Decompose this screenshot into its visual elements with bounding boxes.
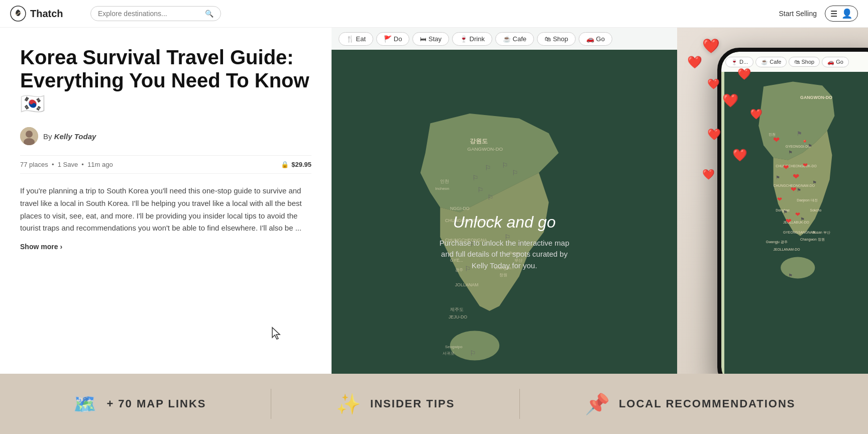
- header-menu-profile[interactable]: ☰ 👤: [825, 6, 858, 22]
- filter-do[interactable]: 🚩 Do: [376, 32, 409, 46]
- start-selling-link[interactable]: Start Selling: [779, 10, 817, 18]
- svg-text:강원도: 강원도: [470, 138, 488, 144]
- map-links-label: + 70 MAP LINKS: [106, 397, 206, 410]
- filter-drink[interactable]: 🍷 Drink: [452, 32, 492, 46]
- heart-icon-5: ❤️: [722, 93, 738, 108]
- svg-text:JEOLLANAM-DO: JEOLLANAM-DO: [774, 248, 800, 251]
- unlock-overlay: Unlock and go Purchase to unlock the int…: [439, 212, 570, 271]
- svg-text:⚑: ⚑: [776, 175, 780, 181]
- svg-text:❤: ❤: [786, 218, 792, 225]
- search-icon-button[interactable]: 🔍: [205, 10, 213, 18]
- svg-text:❤: ❤: [774, 136, 780, 144]
- svg-text:Seogwipo: Seogwipo: [445, 345, 463, 349]
- phone-filter-cafe[interactable]: ☕ Cafe: [755, 57, 787, 67]
- logo-text: Thatch: [30, 8, 63, 20]
- svg-text:CHUNGCHEONGBUK-DO: CHUNGCHEONGBUK-DO: [776, 164, 816, 168]
- phone-filter-drink[interactable]: 🍷 D...: [725, 57, 753, 67]
- svg-text:⚐: ⚐: [477, 186, 484, 194]
- header: Thatch 🔍 Start Selling ☰ 👤: [0, 0, 868, 28]
- svg-text:❤: ❤: [791, 186, 797, 193]
- svg-text:제주도: 제주도: [450, 307, 464, 312]
- filter-shop[interactable]: 🛍 Shop: [537, 32, 576, 46]
- meta-places-saves: 77 places • 1 Save • 11m ago: [20, 161, 113, 168]
- phone-screen: 🍷 D... ☕ Cafe 🛍 Shop 🚗 Go: [721, 52, 868, 385]
- heart-icon-1: ❤️: [702, 38, 720, 54]
- svg-text:⚑: ⚑: [797, 187, 801, 193]
- main-content: Korea Survival Travel Guide: Everything …: [0, 28, 868, 434]
- heart-icon-6: ❤️: [750, 108, 763, 120]
- svg-text:⚐: ⚐: [470, 350, 476, 357]
- hamburger-icon[interactable]: ☰: [830, 9, 837, 19]
- svg-text:Changwon 창원: Changwon 창원: [800, 238, 824, 242]
- svg-text:서귀포: 서귀포: [443, 351, 455, 356]
- map-filter-bar: 🍴 Eat 🚩 Do 🛏 Stay 🍷 Drink ☕ Cafe 🛍 Shop …: [332, 28, 677, 50]
- meta-price: 🔒 $29.95: [281, 161, 311, 168]
- svg-text:Gwangju 광주: Gwangju 광주: [766, 240, 788, 244]
- heart-icon-9: ❤️: [702, 168, 715, 180]
- phone-filter-shop[interactable]: 🛍 Shop: [789, 57, 820, 67]
- filter-cafe[interactable]: ☕ Cafe: [495, 32, 534, 46]
- logo-area: Thatch: [10, 6, 90, 22]
- svg-text:⚑: ⚑: [800, 216, 805, 222]
- thatch-logo-icon: [10, 6, 26, 22]
- svg-point-2: [26, 131, 33, 138]
- svg-point-37: [781, 257, 815, 279]
- heart-icon-7: ❤️: [707, 128, 721, 141]
- show-more-link[interactable]: Show more ›: [20, 243, 311, 251]
- article-title: Korea Survival Travel Guide: Everything …: [20, 46, 311, 115]
- author-name: By Kelly Today: [43, 132, 96, 141]
- svg-text:⚑: ⚑: [808, 143, 812, 149]
- svg-text:❤: ❤: [795, 211, 800, 218]
- svg-text:⚐: ⚐: [502, 162, 508, 169]
- svg-text:창원: 창원: [499, 273, 507, 277]
- svg-text:⚑: ⚑: [788, 150, 793, 155]
- svg-text:Incheon: Incheon: [435, 186, 449, 191]
- article-area: Korea Survival Travel Guide: Everything …: [0, 28, 332, 378]
- svg-text:GANGWON-DO: GANGWON-DO: [467, 146, 503, 152]
- svg-text:⚑: ⚑: [783, 209, 788, 215]
- svg-text:❤: ❤: [777, 196, 782, 202]
- insider-tips-icon: ✨: [336, 392, 361, 416]
- insider-tips-label: INSIDER TIPS: [370, 397, 455, 410]
- svg-text:⚐: ⚐: [485, 164, 491, 172]
- unlock-subtitle: Purchase to unlock the interactive map a…: [439, 237, 570, 271]
- svg-text:JEJU-DO: JEJU-DO: [449, 314, 467, 319]
- search-bar[interactable]: 🔍: [90, 6, 221, 21]
- phone-filter-go[interactable]: 🚗 Go: [822, 57, 849, 67]
- meta-row: 77 places • 1 Save • 11m ago 🔒 $29.95: [20, 155, 311, 174]
- author-row: By Kelly Today: [20, 127, 311, 145]
- heart-icon-3: ❤️: [707, 78, 720, 90]
- feature-divider-2: [519, 389, 520, 419]
- svg-text:⚑: ⚑: [797, 130, 802, 137]
- svg-text:⚑: ⚑: [788, 273, 793, 279]
- unlock-title: Unlock and go: [439, 212, 570, 231]
- left-panel: Korea Survival Travel Guide: Everything …: [0, 28, 332, 434]
- search-input[interactable]: [98, 10, 201, 18]
- profile-icon[interactable]: 👤: [841, 8, 852, 19]
- filter-eat[interactable]: 🍴 Eat: [339, 32, 373, 46]
- feature-map-links: 🗺️ + 70 MAP LINKS: [72, 392, 206, 416]
- filter-go[interactable]: 🚗 Go: [579, 32, 612, 46]
- local-recs-label: LOCAL RECOMMENDATIONS: [619, 397, 796, 410]
- map-panel: 🍴 Eat 🚩 Do 🛏 Stay 🍷 Drink ☕ Cafe 🛍 Shop …: [332, 28, 677, 434]
- chevron-right-icon: ›: [60, 243, 62, 251]
- header-right: Start Selling ☰ 👤: [779, 6, 858, 22]
- local-recs-icon: 📌: [585, 392, 610, 416]
- map-links-icon: 🗺️: [72, 392, 97, 416]
- phone-korea-map-svg: GANGWON-DO 인천 GYEONGGI-DO CHUNGCHEONGBUK…: [721, 72, 868, 385]
- svg-text:GANGWON-DO: GANGWON-DO: [800, 95, 832, 100]
- heart-icon-8: ❤️: [732, 148, 747, 162]
- svg-text:⚐: ⚐: [487, 194, 494, 201]
- svg-text:⚑: ⚑: [813, 180, 817, 185]
- svg-text:❤: ❤: [803, 162, 808, 168]
- filter-stay[interactable]: 🛏 Stay: [412, 32, 449, 46]
- phone-area: ❤️ ❤️ ❤️ ❤️ ❤️ ❤️ ❤️ ❤️ ❤️ 🍷 D... ☕ Cafe…: [677, 28, 868, 434]
- svg-text:Busan 부산: Busan 부산: [813, 231, 830, 234]
- svg-text:⚐: ⚐: [512, 169, 518, 177]
- heart-icon-4: ❤️: [737, 68, 751, 81]
- svg-text:❤: ❤: [793, 173, 800, 181]
- article-description: If you're planning a trip to South Korea…: [20, 185, 311, 235]
- svg-text:NGGI-DO: NGGI-DO: [450, 206, 470, 211]
- svg-text:⚐: ⚐: [472, 174, 479, 182]
- svg-text:❤: ❤: [783, 164, 789, 171]
